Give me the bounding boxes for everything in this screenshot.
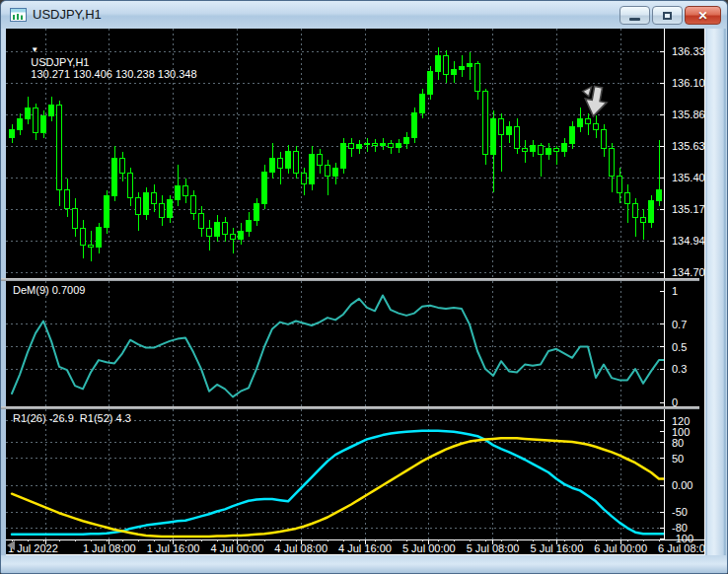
dem-axis-label: 0.3 [672,363,687,375]
candle-body [499,118,504,135]
r1-axis-label: 50 [672,453,684,465]
candle-body [404,138,409,144]
candle-body [270,159,275,173]
candle-body [286,152,291,169]
candle-body [10,129,15,137]
candle-body [152,192,157,203]
candle-body [491,118,496,154]
candle-body [81,228,86,245]
chart-ohlc-header: ▼ USDJPY,H1 130.271 130.406 130.238 130.… [13,33,197,92]
candle-body [89,245,94,248]
chart-area[interactable]: ▼ USDJPY,H1 130.271 130.406 130.238 130.… [6,29,705,555]
candle-body [633,203,638,217]
candle-body [191,195,196,213]
window-right-border [707,29,727,574]
candle-body [625,192,630,203]
candle-body [144,192,149,214]
candle-body [649,201,654,223]
minimize-button[interactable] [619,6,650,25]
candle-body [420,94,425,112]
candle-body [507,127,512,135]
candle-body [239,231,244,239]
candle-body [183,185,188,195]
candle-body [515,127,520,149]
candle-body [341,143,346,168]
dem-indicator-label: DeM(9) 0.7009 [13,284,85,296]
candle-body [302,174,307,184]
candle-body [223,223,228,234]
r1-axis-label: 80 [672,437,684,449]
candle-body [562,143,567,151]
candle-body [310,154,315,184]
window-bottom-border [1,555,727,573]
candle-body [136,198,141,215]
candle-body [657,190,662,201]
close-icon: ✕ [697,10,707,22]
candle-body [247,220,252,231]
candle-body [381,143,386,146]
chart-window-icon [10,7,27,23]
candle-body [373,143,378,146]
candle-body [365,143,370,144]
candle-body [34,108,38,132]
candle-body [483,91,488,154]
candle-body [41,115,46,132]
price-axis-label: 134.705 [672,266,705,278]
candle-body [357,145,362,149]
header-symbol: USDJPY,H1 [31,56,95,68]
candle-body [602,129,607,148]
price-axis-label: 135.635 [672,140,705,152]
candle-body [618,177,622,193]
dem-axis-label: 0.7 [672,319,687,330]
price-axis-label: 135.400 [672,172,705,183]
candle-body [460,66,465,69]
candle-body [231,234,236,240]
restore-button[interactable] [652,6,683,25]
candle-body [475,64,480,92]
candle-body [176,185,181,199]
candle-body [523,149,528,152]
minimize-icon [629,18,640,21]
candle-body [452,69,457,75]
candle-body [207,228,212,236]
r1-axis-label: -50 [672,506,688,518]
restore-icon [663,12,672,20]
time-axis-label: 1 Jul 2022 [8,542,79,554]
candle-body [610,149,615,177]
header-ohlc-values: 130.271 130.406 130.238 130.348 [31,68,196,80]
dem-axis-label: 1 [672,285,678,297]
candle-body [262,172,267,203]
candle-body [65,190,70,209]
close-button[interactable]: ✕ [685,6,721,25]
candle-body [594,124,599,130]
candle-body [18,118,23,129]
candle-body [412,113,417,138]
chevron-down-icon[interactable]: ▼ [31,45,38,54]
candle-body [49,105,54,115]
candle-body [586,118,591,124]
candle-body [546,149,551,155]
candle-body [199,213,204,228]
candle-body [73,209,78,228]
candle-body [389,143,394,147]
candle-body [112,159,117,196]
candle-body [255,203,259,220]
r1-indicator-label: R1(26) -26.9 R1(52) 4.3 [13,412,131,424]
dem-axis-label: 0.5 [672,341,687,353]
candle-body [333,168,338,176]
candle-body [436,55,441,72]
title-bar[interactable]: USDJPY,H1 ✕ [1,1,727,29]
candle-body [97,227,102,248]
candle-body [444,55,449,74]
pane-separator-1[interactable] [1,278,699,281]
chart-shift-marker[interactable] [7,540,15,550]
candle-body [168,199,173,217]
candle-body [554,149,559,152]
candle-body [349,143,354,149]
price-axis-label: 136.100 [672,77,705,89]
pane-separator-2[interactable] [1,406,699,409]
candle-body [57,105,62,189]
chart-window: USDJPY,H1 ✕ ▼ USDJPY,H1 130.271 130.406 … [0,0,728,574]
down-arrow-annotation[interactable] [579,85,610,118]
candle-body [539,146,544,154]
